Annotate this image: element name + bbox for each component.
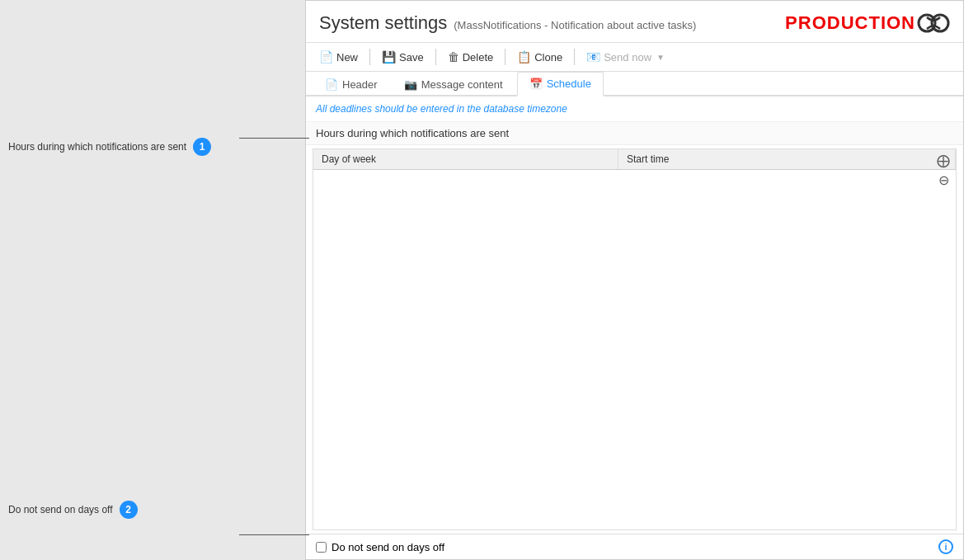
header-bar: System settings (MassNotifications - Not… — [306, 1, 963, 43]
separator-1 — [369, 49, 370, 65]
production-logo: PRODUCTION — [785, 11, 950, 35]
page-title-sub: (MassNotifications - Notification about … — [454, 19, 696, 31]
production-icon — [917, 11, 950, 35]
separator-4 — [574, 49, 575, 65]
footer-area: Do not send on days off i — [306, 534, 963, 559]
clone-button[interactable]: 📋 Clone — [510, 48, 569, 66]
tab-header-label: Header — [342, 78, 378, 91]
svg-rect-2 — [924, 20, 930, 26]
annotation-2: Do not send on days off 2 — [8, 501, 138, 519]
add-row-button[interactable]: ⨁ — [934, 151, 952, 169]
col-day-of-week: Day of week — [313, 149, 618, 169]
no-send-days-off-label: Do not send on days off — [332, 541, 444, 553]
page-title-main: System settings — [319, 12, 447, 34]
main-content: System settings (MassNotifications - Not… — [305, 0, 964, 560]
svg-rect-3 — [937, 20, 943, 26]
table-header: Day of week Start time — [313, 149, 956, 170]
save-icon: 💾 — [382, 50, 396, 64]
tab-schedule-label: Schedule — [547, 78, 591, 90]
page-title: System settings (MassNotifications - Not… — [319, 12, 696, 34]
col-start-time: Start time — [618, 149, 956, 169]
left-panel: Hours during which notifications are sen… — [0, 0, 305, 560]
no-send-days-off-row: Do not send on days off — [316, 541, 444, 553]
no-send-days-off-checkbox[interactable] — [316, 542, 327, 553]
tabs-bar: 📄 Header 📷 Message content 📅 Schedule — [306, 72, 963, 96]
section-header: Hours during which notifications are sen… — [306, 122, 963, 145]
content-area: All deadlines should be entered in the d… — [306, 96, 963, 559]
connector-1 — [239, 138, 309, 139]
table-container: Day of week Start time ⨁ ⊖ — [313, 148, 957, 530]
tab-schedule[interactable]: 📅 Schedule — [517, 72, 604, 96]
send-now-icon: 📧 — [586, 50, 600, 64]
separator-3 — [505, 49, 506, 65]
annotation-1: Hours during which notifications are sen… — [8, 138, 211, 156]
table-actions: ⨁ ⊖ — [934, 151, 952, 189]
info-icon-button[interactable]: i — [938, 539, 953, 554]
delete-button[interactable]: 🗑 Delete — [441, 48, 501, 66]
annotation-1-badge: 1 — [193, 138, 211, 156]
annotation-2-label: Do not send on days off — [8, 504, 113, 515]
new-button-label: New — [336, 51, 358, 64]
new-button[interactable]: 📄 New — [313, 48, 364, 66]
tab-message-content[interactable]: 📷 Message content — [392, 73, 515, 96]
new-icon: 📄 — [319, 50, 333, 64]
schedule-tab-icon: 📅 — [529, 78, 543, 90]
info-text: All deadlines should be entered in the d… — [306, 96, 963, 122]
header-tab-icon: 📄 — [325, 78, 338, 91]
tab-header[interactable]: 📄 Header — [313, 73, 390, 96]
clone-button-label: Clone — [534, 51, 562, 64]
delete-icon: 🗑 — [448, 50, 459, 64]
delete-button-label: Delete — [463, 51, 494, 64]
send-now-button[interactable]: 📧 Send now ▼ — [580, 48, 671, 66]
remove-row-button[interactable]: ⊖ — [934, 171, 952, 189]
send-now-button-label: Send now — [604, 51, 651, 64]
send-now-dropdown-arrow: ▼ — [656, 53, 665, 62]
table-body — [313, 170, 956, 527]
clone-icon: 📋 — [517, 50, 531, 64]
toolbar: 📄 New 💾 Save 🗑 Delete 📋 Clone 📧 Send now… — [306, 43, 963, 72]
production-text: PRODUCTION — [785, 12, 915, 34]
message-tab-icon: 📷 — [404, 78, 417, 91]
annotation-1-label: Hours during which notifications are sen… — [8, 141, 186, 153]
separator-2 — [435, 49, 436, 65]
annotation-2-badge: 2 — [120, 501, 138, 519]
save-button[interactable]: 💾 Save — [375, 48, 430, 66]
tab-message-content-label: Message content — [421, 78, 503, 91]
save-button-label: Save — [399, 51, 424, 64]
connector-2 — [239, 534, 309, 535]
